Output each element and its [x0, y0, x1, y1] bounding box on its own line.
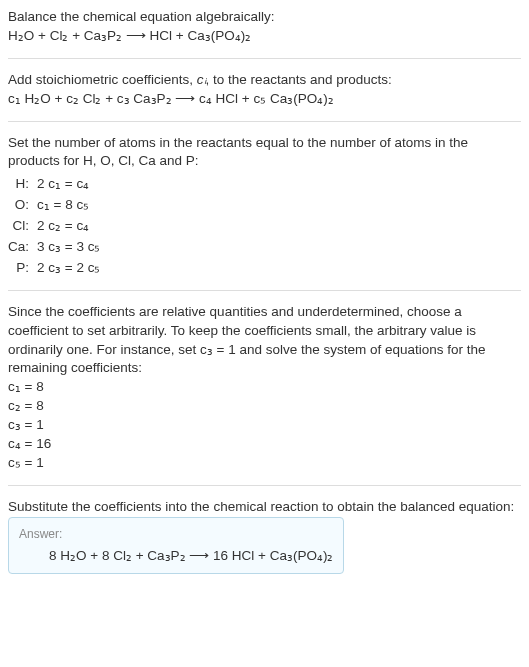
coeff-intro-b: , to the reactants and products:: [206, 72, 392, 87]
solve-intro: Since the coefficients are relative quan…: [8, 303, 521, 379]
balance-eq: 2 c₂ = c₄: [37, 217, 521, 236]
balance-label: H:: [8, 175, 29, 194]
unbalanced-equation: H₂O + Cl₂ + Ca₃P₂ ⟶ HCl + Ca₃(PO₄)₂: [8, 27, 521, 46]
solve-line: c₃ = 1: [8, 416, 521, 435]
solve-line: c₁ = 8: [8, 378, 521, 397]
answer-label: Answer:: [19, 526, 333, 543]
section-problem: Balance the chemical equation algebraica…: [8, 8, 521, 59]
problem-text: Balance the chemical equation algebraica…: [8, 8, 521, 27]
answer-intro: Substitute the coefficients into the che…: [8, 498, 521, 517]
section-solve: Since the coefficients are relative quan…: [8, 303, 521, 486]
section-coefficients: Add stoichiometric coefficients, cᵢ, to …: [8, 71, 521, 122]
section-answer: Substitute the coefficients into the che…: [8, 498, 521, 575]
coeff-equation: c₁ H₂O + c₂ Cl₂ + c₃ Ca₃P₂ ⟶ c₄ HCl + c₅…: [8, 90, 521, 109]
coeff-intro-a: Add stoichiometric coefficients,: [8, 72, 197, 87]
balance-eq: 2 c₃ = 2 c₅: [37, 259, 521, 278]
solve-line: c₅ = 1: [8, 454, 521, 473]
balance-eq: 3 c₃ = 3 c₅: [37, 238, 521, 257]
balance-intro: Set the number of atoms in the reactants…: [8, 134, 521, 172]
coeff-ci: cᵢ: [197, 72, 206, 87]
balance-eq: c₁ = 8 c₅: [37, 196, 521, 215]
section-atom-balance: Set the number of atoms in the reactants…: [8, 134, 521, 291]
solve-line: c₂ = 8: [8, 397, 521, 416]
balance-eq: 2 c₁ = c₄: [37, 175, 521, 194]
balance-label: Cl:: [8, 217, 29, 236]
solve-line: c₄ = 16: [8, 435, 521, 454]
balance-label: P:: [8, 259, 29, 278]
balance-table: H: 2 c₁ = c₄ O: c₁ = 8 c₅ Cl: 2 c₂ = c₄ …: [8, 175, 521, 277]
coeff-intro: Add stoichiometric coefficients, cᵢ, to …: [8, 71, 521, 90]
balance-label: O:: [8, 196, 29, 215]
answer-box: Answer: 8 H₂O + 8 Cl₂ + Ca₃P₂ ⟶ 16 HCl +…: [8, 517, 344, 575]
balance-label: Ca:: [8, 238, 29, 257]
balanced-equation: 8 H₂O + 8 Cl₂ + Ca₃P₂ ⟶ 16 HCl + Ca₃(PO₄…: [19, 547, 333, 566]
